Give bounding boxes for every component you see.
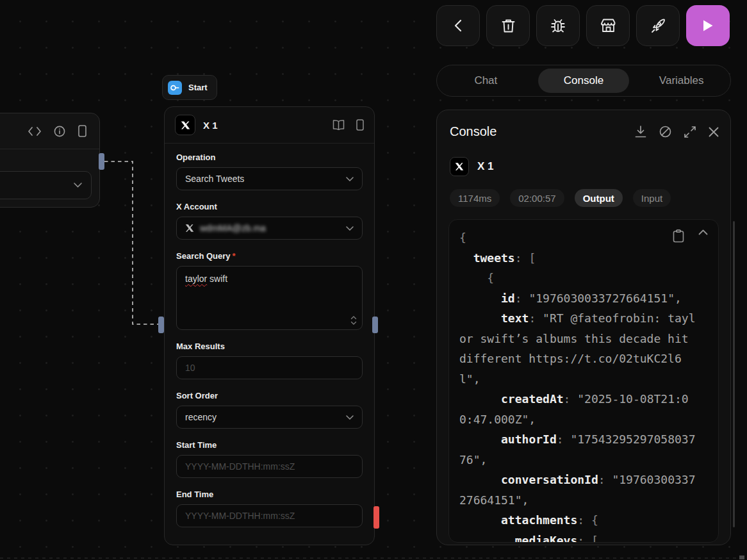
x-node-title: X 1 — [203, 120, 325, 131]
search-query-label: Search Query* — [176, 251, 363, 261]
trash-icon — [502, 19, 515, 33]
x-node-output-handle[interactable] — [372, 317, 378, 333]
bug-icon — [550, 19, 566, 33]
tab-console[interactable]: Console — [535, 69, 633, 93]
sort-order-select[interactable]: recency — [176, 406, 363, 429]
mobile-icon[interactable] — [78, 125, 86, 137]
max-results-input[interactable] — [185, 363, 354, 373]
run-button[interactable] — [686, 5, 730, 46]
tab-chat[interactable]: Chat — [437, 69, 535, 93]
partial-node-header — [0, 113, 99, 149]
console-output-block[interactable]: { tweets: [ { id: "1976030033727664151",… — [448, 219, 719, 543]
x-node-card[interactable]: X 1 Operation Search Tweets X Account wd… — [164, 106, 375, 545]
clear-icon[interactable] — [659, 126, 671, 138]
chevron-down-icon — [346, 415, 354, 420]
top-toolbar — [436, 5, 731, 46]
search-query-textarea[interactable]: taylor swift — [176, 266, 363, 330]
end-time-label: End Time — [176, 490, 363, 499]
copy-icon[interactable] — [673, 229, 684, 243]
chevron-down-icon — [346, 177, 354, 181]
input-toggle[interactable]: Input — [633, 189, 671, 207]
vertical-scrollbar[interactable] — [733, 221, 735, 527]
start-time-field[interactable] — [176, 455, 363, 478]
console-node-label: X 1 — [477, 160, 494, 173]
back-button[interactable] — [436, 5, 480, 46]
duration-badge: 1174ms — [450, 189, 500, 207]
tab-variables[interactable]: Variables — [632, 69, 730, 93]
operation-select[interactable]: Search Tweets — [176, 167, 363, 190]
x-account-label: X Account — [176, 202, 363, 211]
partial-node-card[interactable] — [0, 113, 100, 208]
partial-node-output-handle[interactable] — [99, 153, 104, 170]
code-icon[interactable] — [28, 127, 41, 136]
start-time-label: Start Time — [176, 440, 363, 450]
close-icon[interactable] — [709, 127, 719, 137]
docs-book-icon[interactable] — [332, 120, 345, 130]
x-node-input-handle[interactable] — [158, 317, 164, 333]
console-panel: Console X 1 1174ms 02:00:57 Output Input — [436, 110, 731, 545]
max-results-field[interactable] — [176, 356, 363, 379]
chevron-left-icon — [454, 19, 462, 32]
mobile-icon[interactable] — [356, 119, 364, 131]
play-icon — [702, 19, 714, 32]
x-logo-icon — [450, 157, 469, 176]
timestamp-badge: 02:00:57 — [510, 189, 564, 207]
start-node-badge[interactable]: Start — [162, 75, 217, 100]
console-badges: 1174ms 02:00:57 Output Input — [448, 189, 719, 207]
horizontal-scrollbar-track[interactable] — [0, 557, 747, 559]
partial-node-select[interactable] — [0, 171, 92, 199]
scrollbar-corner — [739, 556, 744, 559]
operation-value: Search Tweets — [185, 174, 244, 184]
end-time-field[interactable] — [176, 504, 363, 527]
store-icon — [601, 19, 616, 33]
console-title: Console — [448, 124, 635, 139]
start-node-label: Start — [188, 83, 208, 92]
start-time-input[interactable] — [185, 461, 354, 472]
console-code-pre: { tweets: [ { id: "1976030033727664151",… — [459, 227, 698, 543]
sort-order-label: Sort Order — [176, 391, 363, 400]
start-node-icon — [168, 81, 182, 95]
download-icon[interactable] — [635, 126, 646, 138]
required-asterisk: * — [233, 251, 236, 261]
operation-label: Operation — [176, 152, 363, 162]
x-logo-icon — [185, 224, 194, 233]
delete-button[interactable] — [486, 5, 530, 46]
panel-tabs: Chat Console Variables — [436, 65, 731, 97]
collapse-chevron-icon[interactable] — [698, 229, 708, 243]
max-results-label: Max Results — [176, 342, 363, 351]
chevron-down-icon — [346, 226, 354, 231]
x-account-value-blurred: wdmMA@zb.ma — [200, 223, 266, 233]
search-query-value-word1: taylor — [185, 274, 207, 284]
info-icon[interactable] — [54, 126, 65, 137]
x-logo-icon — [175, 115, 195, 135]
expand-icon[interactable] — [684, 126, 696, 138]
resize-stepper-icon[interactable] — [350, 316, 357, 325]
x-account-select[interactable]: wdmMA@zb.ma — [176, 217, 363, 240]
sort-order-value: recency — [185, 412, 217, 422]
debug-button[interactable] — [536, 5, 580, 46]
chevron-down-icon — [74, 183, 82, 188]
rocket-icon — [651, 19, 666, 33]
x-node-error-handle[interactable] — [374, 506, 379, 529]
store-button[interactable] — [586, 5, 630, 46]
end-time-input[interactable] — [185, 511, 354, 521]
search-query-value-rest: swift — [207, 274, 227, 284]
deploy-button[interactable] — [636, 5, 680, 46]
output-toggle[interactable]: Output — [575, 189, 623, 207]
x-node-header: X 1 — [165, 107, 374, 144]
